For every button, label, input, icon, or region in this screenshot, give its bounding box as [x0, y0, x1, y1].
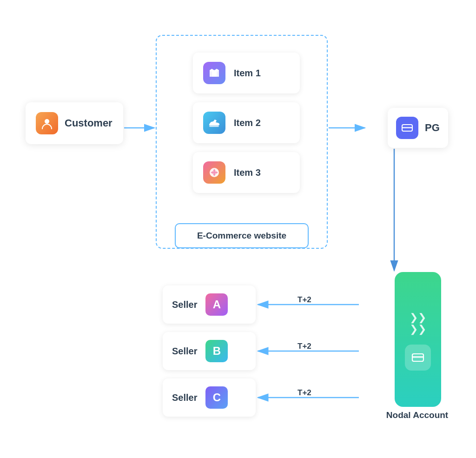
nodal-chevrons: ❯❯ ❯❯	[410, 312, 426, 334]
t2-label-c: T+2	[298, 388, 311, 398]
item-icon-shoe	[203, 112, 225, 134]
svg-point-15	[213, 171, 216, 174]
seller-label-c: Seller	[172, 392, 197, 403]
svg-rect-9	[209, 125, 219, 127]
ecommerce-label: E-Commerce website	[197, 231, 286, 241]
svg-rect-19	[412, 356, 423, 358]
t2-label-b: T+2	[298, 342, 311, 351]
item-icon-shirt	[203, 62, 225, 84]
item-label-3: Item 3	[234, 167, 261, 178]
chevron-icon-2: ❯❯	[410, 324, 426, 334]
ecommerce-label-box: E-Commerce website	[175, 223, 309, 248]
customer-icon	[36, 112, 58, 134]
seller-icon-c: C	[205, 386, 228, 409]
seller-card-a: Seller A	[163, 285, 256, 324]
customer-label: Customer	[65, 117, 112, 129]
item-icon-soccer	[203, 161, 225, 184]
seller-label-b: Seller	[172, 346, 197, 357]
svg-rect-17	[402, 127, 412, 128]
t2-label-a: T+2	[298, 295, 311, 305]
pg-card: PG	[388, 108, 448, 148]
item-card-1: Item 1	[193, 53, 300, 93]
seller-card-c: Seller C	[163, 378, 256, 417]
pg-label: PG	[425, 122, 440, 134]
item-card-2: Item 2	[193, 102, 300, 143]
customer-card: Customer	[26, 102, 123, 144]
seller-icon-b: B	[205, 340, 228, 362]
nodal-card: ❯❯ ❯❯	[395, 272, 441, 407]
svg-point-8	[45, 119, 49, 124]
seller-icon-a: A	[205, 293, 228, 316]
seller-card-b: Seller B	[163, 332, 256, 370]
seller-label-a: Seller	[172, 299, 197, 310]
item-label-2: Item 2	[234, 118, 261, 128]
pg-icon	[396, 117, 418, 139]
chevron-icon-1: ❯❯	[410, 312, 426, 323]
diagram: Customer E-Commerce website Item 1 Item …	[0, 0, 476, 458]
item-label-1: Item 1	[234, 68, 261, 79]
item-card-3: Item 3	[193, 152, 300, 193]
nodal-label: Nodal Account	[383, 410, 451, 420]
nodal-icon-box	[405, 345, 431, 371]
